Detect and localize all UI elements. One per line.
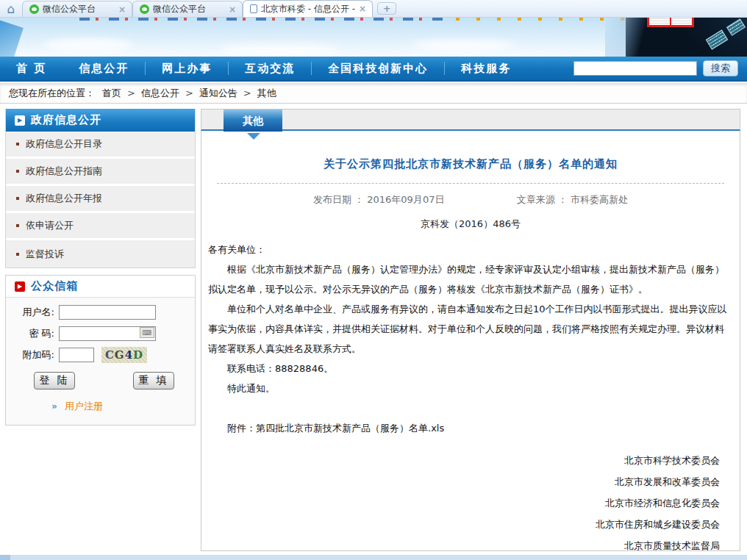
tab-title: 北京市科委 - 信息公开 -: [261, 3, 355, 15]
public-mailbox-box: ▶ 公众信箱 用户名: 密 码: ⌨ 附加码:: [5, 275, 196, 426]
breadcrumb-notice[interactable]: 通知公告: [199, 87, 237, 100]
search-button[interactable]: 搜索: [703, 60, 738, 76]
signature: 北京市住房和城乡建设委员会: [208, 514, 720, 535]
left-sidebar: ▶ 政府信息公开 政府信息公开目录 政府信息公开指南 政府信息公开年报 依申请公…: [5, 109, 196, 426]
captcha-field[interactable]: [59, 348, 94, 362]
breadcrumb-other[interactable]: 其他: [257, 87, 276, 100]
reset-button[interactable]: 重 填: [133, 372, 174, 390]
article-title: 关于公示第四批北京市新技术新产品（服务）名单的通知: [208, 157, 733, 171]
site-banner: [0, 18, 747, 57]
sidebar-item-guide[interactable]: 政府信息公开指南: [6, 159, 195, 186]
breadcrumb-separator: >: [127, 87, 135, 98]
captcha-label: 附加码:: [13, 348, 54, 362]
tab-title: 微信公众平台: [43, 3, 115, 15]
tab-arrow-icon: [247, 133, 260, 140]
tab-title: 微信公众平台: [153, 3, 225, 15]
register-link[interactable]: 用户注册: [65, 401, 103, 412]
publish-label: 发布日期 ：: [313, 194, 364, 205]
captcha-image[interactable]: C G 4 D: [101, 347, 147, 363]
banner-badge: [647, 18, 694, 27]
password-label: 密 码:: [13, 327, 54, 340]
sidebar-item-annual-report[interactable]: 政府信息公开年报: [6, 186, 195, 213]
username-label: 用户名:: [13, 306, 54, 319]
page-icon: [250, 4, 257, 13]
nav-item-info[interactable]: 信息公开: [62, 62, 145, 76]
gov-info-title: 政府信息公开: [31, 113, 101, 127]
salutation: 各有关单位：: [208, 240, 733, 259]
main-content: 其他 关于公示第四批北京市新技术新产品（服务）名单的通知 发布日期 ： 2016…: [201, 109, 740, 553]
home-icon[interactable]: ⌂: [0, 1, 22, 17]
mailbox-header: ▶ 公众信箱: [6, 276, 195, 298]
bullet-icon: [16, 197, 19, 200]
satellite-panel: [706, 29, 729, 49]
attachment-link[interactable]: 附件：第四批北京市新技术新产品（服务）名单.xls: [208, 418, 733, 438]
sidebar-item-apply[interactable]: 依申请公开: [6, 213, 195, 240]
satellite-panel: [726, 18, 746, 36]
nav-search-area: 搜索: [573, 60, 747, 76]
wechat-icon: [29, 4, 39, 14]
sidebar-item-supervise[interactable]: 监督投诉: [6, 240, 195, 268]
keyboard-icon[interactable]: ⌨: [140, 327, 154, 338]
gov-info-header: ▶ 政府信息公开: [6, 109, 195, 132]
source-value: 市科委高新处: [571, 194, 628, 205]
breadcrumb-prefix: 您现在所在的位置：: [9, 87, 95, 100]
notice-line: 特此通知。: [208, 378, 733, 398]
signature: 北京市质量技术监督局: [208, 535, 720, 551]
article-body: 各有关单位： 根据《北京市新技术新产品（服务）认定管理办法》的规定，经专家评审及…: [208, 240, 733, 438]
gov-info-box: ▶ 政府信息公开 政府信息公开目录 政府信息公开指南 政府信息公开年报 依申请公…: [5, 109, 196, 268]
search-input[interactable]: [573, 61, 697, 76]
page: ⌂ 微信公众平台 × 微信公众平台 × 北京市科委 - 信息公开 - × +: [0, 0, 747, 560]
play-icon-red: ▶: [15, 281, 25, 292]
wechat-icon: [140, 4, 149, 14]
paragraph: 单位和个人对名单中企业、产品或服务有异议的，请自本通知发布之日起10个工作日内以…: [208, 299, 733, 359]
banner-swoosh-decor: [0, 19, 24, 57]
close-icon[interactable]: ×: [118, 4, 126, 15]
breadcrumb: 您现在所在的位置： 首页 > 信息公开 > 通知公告 > 其他: [0, 83, 747, 104]
sidebar-item-label: 政府信息公开指南: [26, 165, 102, 178]
close-icon[interactable]: ×: [359, 4, 366, 14]
nav-item-home[interactable]: 首 页: [0, 62, 62, 76]
mailbox-title: 公众信箱: [31, 279, 78, 293]
browser-tab-active[interactable]: 北京市科委 - 信息公开 - ×: [243, 0, 373, 17]
tab-other[interactable]: 其他: [224, 110, 282, 132]
content-tabrow: 其他: [201, 109, 740, 131]
signature: 北京市经济和信息化委员会: [208, 492, 720, 514]
article: 关于公示第四批北京市新技术新产品（服务）名单的通知 发布日期 ： 2016年09…: [201, 131, 740, 551]
login-button[interactable]: 登 陆: [34, 372, 75, 390]
nav-item-online[interactable]: 网上办事: [146, 62, 228, 76]
bullet-icon: [16, 224, 19, 227]
footer-strip: [0, 555, 747, 560]
banner-clipped-title: [79, 18, 447, 21]
breadcrumb-separator: >: [185, 87, 193, 98]
divider: [217, 183, 724, 184]
footer-chip: [0, 555, 10, 560]
username-field[interactable]: [59, 305, 156, 320]
sidebar-item-label: 政府信息公开年报: [26, 192, 102, 205]
publish-date: 2016年09月07日: [367, 194, 444, 205]
breadcrumb-separator: >: [243, 87, 251, 98]
play-icon: ▶: [15, 115, 25, 126]
breadcrumb-info[interactable]: 信息公开: [141, 87, 179, 100]
login-form: 用户名: 密 码: ⌨ 附加码: C G 4: [6, 298, 195, 425]
bullet-icon: [16, 170, 19, 173]
doc-number: 京科发（2016）486号: [208, 218, 733, 231]
register-arrow-icon: »: [51, 401, 57, 412]
signature: 北京市发展和改革委员会: [208, 471, 720, 492]
close-icon[interactable]: ×: [229, 4, 236, 15]
main-nav: 首 页 信息公开 网上办事 互动交流 全国科技创新中心 科技服务 搜索: [0, 57, 747, 82]
sidebar-item-label: 依申请公开: [26, 219, 74, 232]
browser-tabbar: ⌂ 微信公众平台 × 微信公众平台 × 北京市科委 - 信息公开 - × +: [0, 0, 747, 18]
paragraph: 根据《北京市新技术新产品（服务）认定管理办法》的规定，经专家评审及认定小组审核，…: [208, 259, 733, 299]
browser-tab-wechat-1[interactable]: 微信公众平台 ×: [22, 1, 132, 17]
bullet-icon: [16, 143, 19, 146]
browser-tab-wechat-2[interactable]: 微信公众平台 ×: [132, 1, 243, 17]
nav-item-tech-service[interactable]: 科技服务: [445, 62, 527, 76]
nav-item-interact[interactable]: 互动交流: [229, 62, 311, 76]
nav-item-innovation-center[interactable]: 全国科技创新中心: [312, 62, 444, 76]
phone-line: 联系电话：88828846。: [208, 359, 733, 378]
article-meta: 发布日期 ： 2016年09月07日 文章来源 ： 市科委高新处: [208, 193, 733, 207]
bullet-icon: [16, 253, 19, 256]
new-tab-button[interactable]: +: [377, 2, 396, 15]
sidebar-item-catalog[interactable]: 政府信息公开目录: [6, 132, 195, 159]
breadcrumb-home[interactable]: 首页: [102, 87, 121, 100]
